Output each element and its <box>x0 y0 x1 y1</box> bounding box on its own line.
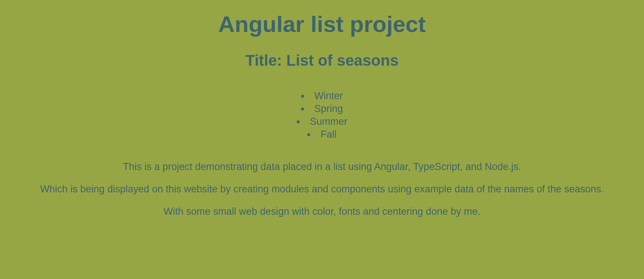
list-item: Summer <box>297 115 347 128</box>
list-item: Fall <box>297 128 347 141</box>
seasons-list: Winter Spring Summer Fall <box>297 90 347 141</box>
subtitle: Title: List of seasons <box>0 52 644 69</box>
description-paragraph: Which is being displayed on this website… <box>0 184 644 195</box>
list-item: Spring <box>297 102 347 115</box>
list-item: Winter <box>297 90 347 102</box>
description-paragraph: This is a project demonstrating data pla… <box>0 161 644 173</box>
description-paragraph: With some small web design with color, f… <box>0 206 644 217</box>
page-title: Angular list project <box>0 11 644 37</box>
